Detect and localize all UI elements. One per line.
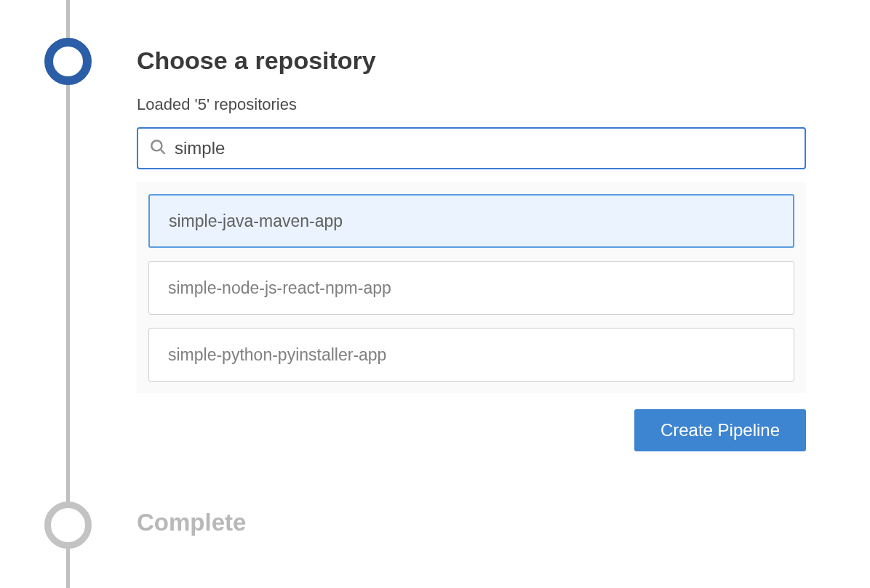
next-step-title: Complete: [137, 509, 246, 536]
create-pipeline-button[interactable]: Create Pipeline: [634, 409, 806, 451]
timeline-line: [66, 0, 70, 588]
repository-name: simple-node-js-react-npm-app: [168, 278, 391, 298]
step-title: Choose a repository: [137, 47, 806, 75]
search-field-wrap[interactable]: [137, 127, 806, 169]
search-input[interactable]: [167, 138, 794, 158]
action-row: Create Pipeline: [137, 409, 806, 451]
step-marker-inactive: [44, 502, 92, 549]
repository-item[interactable]: simple-python-pyinstaller-app: [148, 328, 794, 382]
svg-line-1: [161, 150, 165, 154]
search-icon: [148, 137, 167, 159]
repository-name: simple-python-pyinstaller-app: [168, 345, 386, 365]
svg-point-0: [151, 140, 161, 150]
repository-name: simple-java-maven-app: [169, 212, 343, 231]
repository-item[interactable]: simple-node-js-react-npm-app: [148, 261, 794, 315]
loaded-count-text: Loaded '5' repositories: [137, 95, 806, 114]
step-marker-active: [44, 38, 92, 85]
repository-item[interactable]: simple-java-maven-app: [148, 194, 794, 248]
repository-list: simple-java-maven-app simple-node-js-rea…: [137, 182, 806, 393]
